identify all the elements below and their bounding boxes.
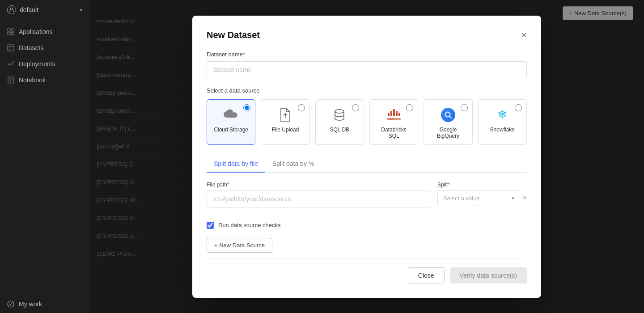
sql-db-icon (331, 107, 347, 123)
datasource-card-bigquery[interactable]: Google BigQuery (424, 99, 472, 145)
account-icon (7, 5, 16, 14)
bigquery-label: Google BigQuery (429, 127, 466, 139)
snowflake-label: Snowflake (490, 127, 515, 133)
snowflake-radio[interactable] (515, 104, 522, 111)
split-tabs: Split data by file Split data by % (207, 156, 527, 173)
split-select-wrapper: Select a value ▾ × (437, 190, 527, 206)
svg-rect-1 (8, 29, 10, 31)
sidebar-item-datasets[interactable]: Datasets (0, 40, 89, 56)
run-checks-checkbox[interactable] (207, 222, 214, 229)
sidebar-footer[interactable]: My work (0, 295, 89, 313)
datasource-card-file-upload[interactable]: File Upload (261, 99, 309, 145)
svg-rect-5 (8, 45, 14, 51)
deployments-label: Deployments (19, 60, 55, 68)
main-content: movie-demo-d... snorkel-balan... [aparna… (89, 0, 644, 313)
table-icon (7, 44, 14, 51)
tab-split-by-file[interactable]: Split data by file (207, 156, 265, 173)
file-path-input[interactable] (207, 190, 430, 207)
sidebar-nav: Applications Datasets Deployments Note (0, 20, 89, 92)
datasource-card-sql-db[interactable]: SQL DB (315, 99, 364, 145)
svg-rect-4 (11, 32, 14, 35)
my-work-label: My work (19, 300, 42, 308)
split-field: Split* Select a value ▾ × (437, 182, 527, 207)
datasource-card-databricks[interactable]: databricks Databricks SQL (369, 99, 418, 145)
bigquery-radio[interactable] (461, 104, 468, 111)
databricks-label: Databricks SQL (375, 127, 412, 139)
sidebar-item-notebook[interactable]: Notebook (0, 72, 89, 88)
datasets-label: Datasets (19, 44, 43, 51)
file-upload-label: File Upload (272, 127, 299, 133)
sql-db-radio[interactable] (352, 104, 359, 111)
sidebar-item-applications[interactable]: Applications (0, 24, 89, 40)
bigquery-logo (441, 108, 455, 122)
file-split-row: File path* Split* Select a value ▾ × (207, 182, 527, 215)
snowflake-icon: ❄ (494, 107, 510, 123)
datasource-card-cloud-storage[interactable]: Cloud Storage (207, 99, 255, 145)
databricks-icon: databricks (386, 107, 402, 123)
add-datasource-button[interactable]: + New Data Source (207, 238, 272, 253)
dataset-name-input[interactable] (207, 61, 527, 78)
svg-point-14 (335, 110, 344, 113)
circle-check-icon (7, 300, 14, 308)
svg-point-12 (8, 301, 14, 307)
chevron-down-icon: ▾ (80, 8, 82, 13)
split-clear-button[interactable]: × (523, 195, 527, 202)
cloud-storage-label: Cloud Storage (214, 127, 248, 133)
file-path-field: File path* (207, 182, 430, 207)
split-select[interactable]: Select a value (437, 190, 519, 206)
close-button[interactable]: Close (408, 267, 445, 283)
modal-overlay: New Dataset × Dataset name* Select a dat… (89, 0, 644, 313)
file-upload-radio[interactable] (298, 104, 305, 111)
file-upload-icon (277, 107, 293, 123)
new-dataset-modal: New Dataset × Dataset name* Select a dat… (192, 16, 541, 298)
dataset-name-label: Dataset name* (207, 51, 527, 58)
bigquery-icon (440, 107, 456, 123)
notebook-icon (7, 76, 14, 84)
sidebar: default ▾ Applications Datasets D (0, 0, 89, 313)
svg-rect-3 (8, 32, 10, 35)
svg-line-16 (449, 116, 451, 118)
sidebar-header[interactable]: default ▾ (0, 0, 89, 20)
cloud-storage-icon (223, 107, 239, 123)
modal-header: New Dataset × (207, 30, 527, 40)
sql-db-label: SQL DB (330, 127, 350, 133)
tab-split-by-pct[interactable]: Split data by % (265, 156, 321, 173)
applications-label: Applications (19, 28, 53, 35)
modal-footer: Close Verify data source(s) (207, 258, 527, 283)
grid-icon (7, 28, 14, 35)
databricks-radio[interactable] (406, 104, 413, 111)
svg-rect-2 (11, 29, 14, 31)
chart-icon (7, 60, 14, 68)
notebook-label: Notebook (19, 76, 46, 84)
cloud-storage-radio[interactable] (243, 104, 250, 111)
datasource-cards: Cloud Storage File Upload (207, 99, 527, 145)
modal-close-button[interactable]: × (521, 30, 527, 39)
select-datasource-label: Select a data source (207, 87, 527, 94)
datasource-card-snowflake[interactable]: ❄ Snowflake (478, 99, 527, 145)
run-checks-label: Run data source checks (218, 222, 280, 228)
my-work-item[interactable]: My work (7, 300, 82, 308)
verify-button[interactable]: Verify data source(s) (450, 267, 527, 283)
run-checks-row: Run data source checks (207, 222, 527, 229)
file-path-label: File path* (207, 182, 430, 188)
modal-title: New Dataset (207, 30, 260, 40)
split-label: Split* (437, 182, 527, 188)
sidebar-item-deployments[interactable]: Deployments (0, 56, 89, 72)
account-name: default (20, 6, 76, 13)
